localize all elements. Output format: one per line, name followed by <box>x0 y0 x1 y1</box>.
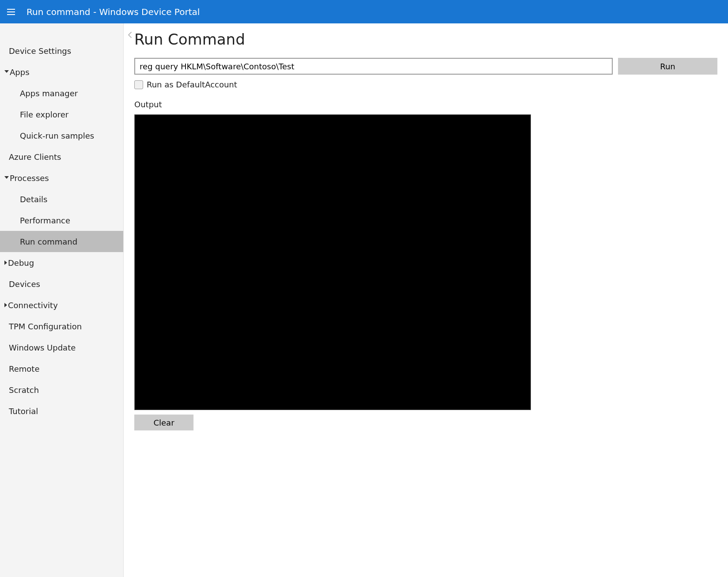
run-as-default-account-label: Run as DefaultAccount <box>147 80 237 89</box>
caret-down-icon <box>4 70 9 73</box>
caret-right-icon <box>4 303 7 307</box>
clear-button[interactable]: Clear <box>134 415 193 430</box>
sidebar-item-label: Device Settings <box>9 46 71 56</box>
sidebar-item-run-command[interactable]: Run command <box>0 231 123 252</box>
sidebar-item-details[interactable]: Details <box>0 189 123 210</box>
sidebar-item-file-explorer[interactable]: File explorer <box>0 104 123 125</box>
sidebar-item-debug[interactable]: Debug <box>0 252 123 273</box>
page-title: Run Command <box>134 30 717 48</box>
sidebar-item-quick-run-samples[interactable]: Quick-run samples <box>0 125 123 146</box>
sidebar-item-label: Apps manager <box>20 89 78 98</box>
output-console[interactable] <box>134 114 531 410</box>
sidebar-item-label: Devices <box>9 279 40 289</box>
sidebar-item-remote[interactable]: Remote <box>0 358 123 379</box>
sidebar-item-performance[interactable]: Performance <box>0 210 123 231</box>
sidebar-item-device-settings[interactable]: Device Settings <box>0 40 123 61</box>
sidebar-item-windows-update[interactable]: Windows Update <box>0 337 123 358</box>
sidebar-item-label: Apps <box>10 68 30 77</box>
app-header: Run command - Windows Device Portal <box>0 0 728 23</box>
command-input[interactable] <box>134 58 613 75</box>
sidebar-item-label: Azure Clients <box>9 152 61 162</box>
sidebar-item-scratch[interactable]: Scratch <box>0 379 123 400</box>
sidebar-item-label: Details <box>20 195 47 204</box>
run-button[interactable]: Run <box>618 58 717 75</box>
sidebar-item-devices[interactable]: Devices <box>0 273 123 294</box>
sidebar-item-label: Run command <box>20 237 77 246</box>
sidebar-item-apps[interactable]: Apps <box>0 61 123 83</box>
sidebar-item-apps-manager[interactable]: Apps manager <box>0 83 123 104</box>
sidebar-item-connectivity[interactable]: Connectivity <box>0 294 123 316</box>
sidebar-item-azure-clients[interactable]: Azure Clients <box>0 146 123 167</box>
sidebar-item-label: Performance <box>20 216 70 225</box>
main-content: Run Command Run Run as DefaultAccount Ou… <box>124 23 728 577</box>
sidebar-item-label: Windows Update <box>9 343 76 352</box>
sidebar-item-label: Processes <box>10 173 49 183</box>
sidebar-item-tutorial[interactable]: Tutorial <box>0 400 123 422</box>
sidebar-item-label: Tutorial <box>9 407 38 416</box>
sidebar-item-tpm-configuration[interactable]: TPM Configuration <box>0 316 123 337</box>
caret-down-icon <box>4 176 9 179</box>
sidebar-item-label: Scratch <box>9 385 39 395</box>
sidebar-item-label: Debug <box>8 258 34 268</box>
sidebar-item-label: Connectivity <box>8 301 58 310</box>
sidebar: Device SettingsAppsApps managerFile expl… <box>0 23 124 577</box>
output-label: Output <box>134 100 717 109</box>
menu-icon[interactable] <box>7 7 18 17</box>
sidebar-item-processes[interactable]: Processes <box>0 167 123 189</box>
sidebar-item-label: File explorer <box>20 110 68 119</box>
caret-right-icon <box>4 260 7 265</box>
app-title: Run command - Windows Device Portal <box>27 7 200 17</box>
sidebar-item-label: Quick-run samples <box>20 131 94 140</box>
run-as-default-account-checkbox[interactable] <box>134 80 143 89</box>
sidebar-item-label: Remote <box>9 364 39 373</box>
collapse-sidebar-icon[interactable] <box>125 30 134 40</box>
sidebar-item-label: TPM Configuration <box>9 322 82 331</box>
